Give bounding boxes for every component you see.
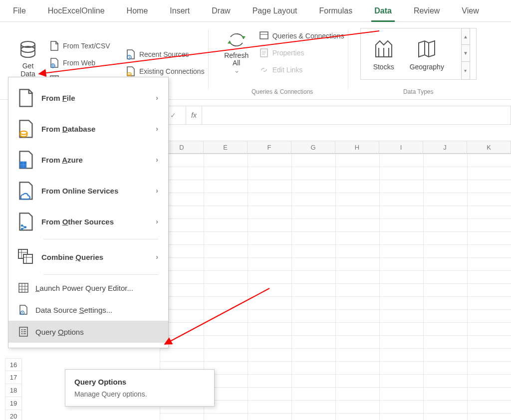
tab-view[interactable]: View: [459, 2, 482, 22]
svg-point-8: [20, 131, 27, 135]
properties-icon: [258, 47, 269, 58]
file-other-icon: [17, 213, 34, 230]
svg-point-22: [21, 329, 22, 330]
database-icon: [19, 40, 37, 60]
existing-connections-button[interactable]: Existing Connections: [125, 64, 205, 78]
svg-rect-10: [23, 161, 26, 165]
tab-review[interactable]: Review: [411, 2, 443, 22]
tab-draw[interactable]: Draw: [209, 2, 233, 22]
data-types-group-label: Data Types: [403, 88, 433, 96]
row-headers: 16 17 18 19 20: [5, 358, 22, 420]
svg-point-23: [21, 331, 22, 332]
from-text-csv-button[interactable]: From Text/CSV: [49, 39, 120, 53]
data-types-gallery: Stocks Geography ▲ ▼ ▾: [360, 28, 477, 80]
refresh-icon: [228, 30, 246, 50]
col-header-j[interactable]: J: [423, 141, 467, 154]
queries-icon: [258, 30, 269, 41]
tab-home[interactable]: Home: [124, 2, 151, 22]
tab-hocexcelonline[interactable]: HocExcelOnline: [45, 2, 108, 22]
col-header-e[interactable]: E: [204, 141, 248, 154]
queries-connections-label: Queries & Connections: [272, 32, 344, 40]
menu-from-file[interactable]: From File ›: [8, 82, 168, 113]
get-data-dropdown: From File › From Database › From Azure ›…: [8, 77, 169, 348]
gallery-spinner: ▲ ▼ ▾: [461, 28, 470, 80]
ribbon-group-queries-connections: Refresh All Queries & Connections Proper…: [217, 28, 348, 96]
tab-insert[interactable]: Insert: [167, 2, 193, 22]
recent-sources-button[interactable]: Recent Sources: [125, 47, 205, 61]
menu-data-source-settings[interactable]: Data Source Settings...: [8, 299, 168, 321]
col-header-f[interactable]: F: [248, 141, 291, 154]
formula-input[interactable]: [202, 106, 511, 124]
formula-bar: ✓ fx: [160, 106, 511, 125]
queries-connections-button[interactable]: Queries & Connections: [258, 29, 344, 43]
chevron-right-icon: ›: [156, 125, 158, 133]
geography-button[interactable]: Geography: [410, 37, 444, 71]
menu-from-online-services[interactable]: From Online Services ›: [8, 175, 168, 206]
tab-data[interactable]: Data: [371, 2, 395, 22]
col-header-g[interactable]: G: [291, 141, 335, 154]
menu-from-file-label: From File: [41, 94, 75, 102]
power-query-icon: [17, 282, 29, 294]
svg-rect-18: [19, 283, 28, 292]
file-text-icon: [49, 40, 60, 51]
menu-combine-queries[interactable]: Combine Queries ›: [8, 241, 168, 272]
col-header-h[interactable]: H: [335, 141, 379, 154]
menu-launch-power-query[interactable]: Launch Power Query Editor...: [8, 277, 168, 299]
refresh-all-button[interactable]: Refresh All: [221, 28, 253, 77]
menu-query-options[interactable]: Query Options: [8, 321, 168, 343]
file-azure-icon: [17, 151, 34, 168]
qc-group-label: Queries & Connections: [252, 88, 313, 96]
svg-point-24: [21, 333, 22, 334]
row-header-18[interactable]: 18: [5, 384, 22, 397]
row-header-16[interactable]: 16: [5, 358, 22, 371]
menu-from-database-label: From Database: [41, 125, 95, 133]
properties-button: Properties: [258, 46, 344, 60]
clock-icon: [125, 49, 136, 60]
menu-from-online-services-label: From Online Services: [41, 187, 118, 195]
globe-icon: [49, 57, 60, 68]
gallery-down-button[interactable]: ▼: [461, 45, 470, 62]
stocks-icon: [372, 37, 396, 61]
row-header-20[interactable]: 20: [5, 410, 22, 420]
geography-label: Geography: [410, 63, 444, 71]
from-web-button[interactable]: From Web: [49, 56, 120, 70]
chevron-right-icon: ›: [156, 253, 158, 261]
svg-rect-6: [260, 32, 268, 39]
link-icon: [258, 64, 269, 75]
menu-from-azure[interactable]: From Azure ›: [8, 144, 168, 175]
row-header-17[interactable]: 17: [5, 371, 22, 384]
chevron-right-icon: ›: [156, 217, 158, 225]
from-text-csv-label: From Text/CSV: [63, 42, 110, 50]
options-icon: [17, 326, 29, 338]
check-icon[interactable]: ✓: [170, 111, 176, 119]
svg-rect-17: [23, 254, 32, 263]
menu-separator: [43, 239, 158, 239]
tab-formulas[interactable]: Formulas: [316, 2, 356, 22]
svg-rect-12: [23, 165, 26, 168]
chevron-down-icon: [235, 67, 238, 75]
gallery-more-button[interactable]: ▾: [461, 62, 470, 80]
stocks-button[interactable]: Stocks: [372, 37, 396, 71]
menu-separator: [43, 274, 158, 275]
col-header-k[interactable]: K: [467, 141, 511, 154]
col-header-i[interactable]: I: [379, 141, 423, 154]
row-header-19[interactable]: 19: [5, 397, 22, 410]
edit-links-label: Edit Links: [272, 66, 303, 74]
qc-small-list: Queries & Connections Properties Edit Li…: [258, 28, 344, 77]
tab-page-layout[interactable]: Page Layout: [250, 2, 300, 22]
file-cloud-icon: [17, 182, 34, 199]
menu-from-database[interactable]: From Database ›: [8, 113, 168, 144]
svg-rect-11: [20, 165, 23, 168]
connection-icon: [125, 66, 136, 77]
chevron-right-icon: ›: [156, 156, 158, 164]
get-transform-small-list2: Recent Sources Existing Connections: [125, 46, 205, 78]
tab-file[interactable]: File: [10, 2, 29, 22]
menu-from-other-sources[interactable]: From Other Sources ›: [8, 206, 168, 237]
combine-icon: [17, 248, 34, 265]
refresh-all-label: Refresh All: [224, 52, 249, 67]
get-data-label: Get Data: [20, 62, 35, 78]
svg-point-20: [22, 312, 23, 313]
menu-from-azure-label: From Azure: [41, 156, 83, 164]
fx-label[interactable]: fx: [186, 106, 202, 124]
gallery-up-button[interactable]: ▲: [461, 28, 470, 45]
